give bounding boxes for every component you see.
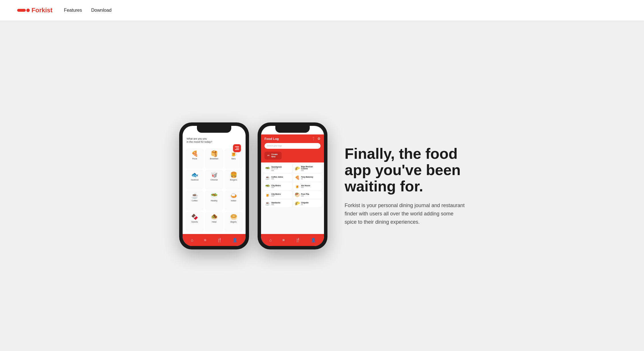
chipotle-info: Chipotle $$	[301, 202, 309, 205]
filter-icon-2[interactable]: ⚙	[317, 137, 321, 141]
log-item-tony-baloney[interactable]: 🍕 Tony Baloney $$	[293, 174, 322, 181]
category-pizza[interactable]: 🍕 Pizza	[185, 148, 204, 168]
phones-container: What are you you in the mood for today?	[179, 122, 327, 249]
location-icon[interactable]: 📍	[311, 137, 316, 141]
sweetgreen-info: Sweetgreen Montrose $$$	[271, 166, 282, 171]
city-bistro-2-icon: 🍺	[265, 193, 270, 197]
pure-pita-icon: 🥙	[295, 193, 300, 197]
category-burgers[interactable]: 🍔 Burgers	[224, 170, 243, 190]
halal-icon: 🧆	[211, 214, 218, 220]
filter-line-1	[235, 146, 239, 147]
chinese-label: Chinese	[210, 179, 218, 181]
log-row-2: ☕ Coffee Johns $$$ 🍕 Tony Baloney	[263, 174, 322, 181]
hero-description: Forkist is your personal dining journal …	[345, 201, 465, 226]
phone-2-bottom-nav: ⌂ ≡ 🍴 👤	[261, 234, 324, 246]
baja-info: Baja Mexican Cuisine $$$	[301, 166, 320, 171]
log-item-coffee-johns[interactable]: ☕ Coffee Johns $$$	[263, 174, 292, 181]
burgers-icon: 🍔	[230, 172, 237, 178]
city-bistro-2-info: City Bistro $$$	[271, 193, 281, 197]
chipotle-icon: 🌮	[295, 201, 300, 206]
phone-2: Food Log 📍 ⚙ Search your logs ✏	[258, 122, 327, 249]
nav-features[interactable]: Features	[64, 8, 82, 13]
svg-point-1	[26, 9, 30, 12]
food-log-header: Food Log 📍 ⚙	[261, 134, 324, 143]
ale-house-icon: 🍺	[295, 184, 300, 189]
bagels-label: Bagels	[230, 221, 236, 223]
coffee-johns-info: Coffee Johns $$$	[271, 176, 283, 180]
food-log-title: Food Log	[264, 137, 279, 140]
pizza-icon: 🍕	[191, 151, 198, 156]
category-halal[interactable]: 🧆 Halal	[205, 212, 223, 232]
log-item-chipotle[interactable]: 🌮 Chipotle $$	[293, 200, 322, 207]
log-item-city-bistro-1[interactable]: 🥗 City Bistro $$$	[263, 183, 292, 190]
phone-2-inner: Food Log 📍 ⚙ Search your logs ✏	[261, 126, 324, 246]
filter-icon	[235, 146, 239, 150]
indian-icon: 🍛	[230, 193, 237, 199]
filter-line-2	[236, 148, 239, 148]
category-bagels[interactable]: 🥯 Bagels	[224, 212, 243, 232]
fork-nav-icon-2[interactable]: 🍴	[295, 238, 300, 242]
starbucks-icon: ☕	[265, 201, 270, 206]
sweets-icon: 🍫	[191, 214, 198, 220]
sweets-label: Sweets	[191, 221, 198, 223]
tony-info: Tony Baloney $$	[301, 176, 313, 180]
hero-text: Finally, the food app you've been waitin…	[345, 146, 465, 226]
category-breakfast[interactable]: 🥞 Breakfast	[205, 148, 223, 168]
pizza-label: Pizza	[192, 158, 197, 160]
ale-house-info: Ale House $$$	[301, 185, 310, 188]
pure-pita-info: Pure Pita $$$	[301, 193, 309, 197]
fork-nav-icon[interactable]: 🍴	[217, 238, 222, 242]
log-item-sweetgreen[interactable]: 🥗 Sweetgreen Montrose $$$	[263, 164, 292, 173]
search-input[interactable]: Search your logs	[264, 143, 321, 149]
category-indian[interactable]: 🍛 Indian	[224, 191, 243, 211]
phone-1-inner: What are you you in the mood for today?	[183, 126, 246, 246]
list-nav-icon[interactable]: ≡	[204, 238, 206, 242]
healthy-label: Healthy	[211, 200, 218, 202]
create-label: Create New	[271, 153, 278, 158]
mood-question: What are you you in the mood for today?	[187, 137, 242, 144]
profile-nav-icon-2[interactable]: 👤	[311, 238, 316, 242]
category-seafood[interactable]: 🐟 Seafood	[185, 170, 204, 190]
list-nav-icon-2[interactable]: ≡	[282, 238, 285, 242]
create-button[interactable]: ✏ Create New	[264, 152, 282, 160]
category-sweets[interactable]: 🍫 Sweets	[185, 212, 204, 232]
nav-download[interactable]: Download	[91, 8, 112, 13]
filter-button[interactable]	[233, 144, 241, 152]
log-item-starbucks[interactable]: ☕ Starbucks $$$	[263, 200, 292, 207]
phone-1: What are you you in the mood for today?	[179, 122, 249, 249]
phone-1-screen: What are you you in the mood for today?	[183, 126, 246, 246]
phone-notch-1	[197, 126, 231, 133]
phone-1-header: What are you you in the mood for today?	[183, 134, 246, 146]
log-item-baja-mexican[interactable]: 🌮 Baja Mexican Cuisine $$$	[293, 164, 322, 173]
coffee-johns-icon: ☕	[265, 175, 270, 180]
logo[interactable]: Forkist	[17, 7, 52, 14]
healthy-icon: 🥗	[211, 193, 218, 199]
city-bistro-1-icon: 🥗	[265, 184, 270, 189]
category-coffee[interactable]: ☕ Coffee	[185, 191, 204, 211]
category-chinese[interactable]: 🥡 Chinese	[205, 170, 223, 190]
seafood-icon: 🐟	[191, 172, 198, 178]
create-row: ✏ Create New	[261, 152, 324, 163]
log-item-city-bistro-2[interactable]: 🍺 City Bistro $$$	[263, 191, 292, 199]
category-healthy[interactable]: 🥗 Healthy	[205, 191, 223, 211]
navbar: Forkist Features Download	[0, 0, 644, 21]
log-item-pure-pita[interactable]: 🥙 Pure Pita $$$	[293, 191, 322, 199]
home-nav-icon[interactable]: ⌂	[191, 238, 193, 242]
log-row-4: 🍺 City Bistro $$$ 🥙 Pure Pita	[263, 191, 322, 199]
food-log-actions: 📍 ⚙	[311, 137, 321, 141]
home-nav-icon-2[interactable]: ⌂	[269, 238, 272, 242]
bagels-icon: 🥯	[230, 214, 237, 220]
coffee-icon: ☕	[191, 193, 198, 199]
hero-headline: Finally, the food app you've been waitin…	[345, 146, 465, 195]
nav-links: Features Download	[64, 8, 111, 13]
phone-2-screen: Food Log 📍 ⚙ Search your logs ✏	[261, 126, 324, 246]
brand-name: Forkist	[31, 7, 52, 14]
log-item-ale-house[interactable]: 🍺 Ale House $$$	[293, 183, 322, 190]
city-bistro-1-info: City Bistro $$$	[271, 185, 281, 188]
bars-label: Bars	[232, 158, 236, 160]
svg-rect-0	[17, 9, 26, 12]
burgers-label: Burgers	[230, 179, 237, 181]
log-row-5: ☕ Starbucks $$$ 🌮 Chipotle $$	[263, 200, 322, 207]
log-row-1: 🥗 Sweetgreen Montrose $$$ 🌮 B	[263, 164, 322, 173]
profile-nav-icon[interactable]: 👤	[232, 238, 237, 242]
